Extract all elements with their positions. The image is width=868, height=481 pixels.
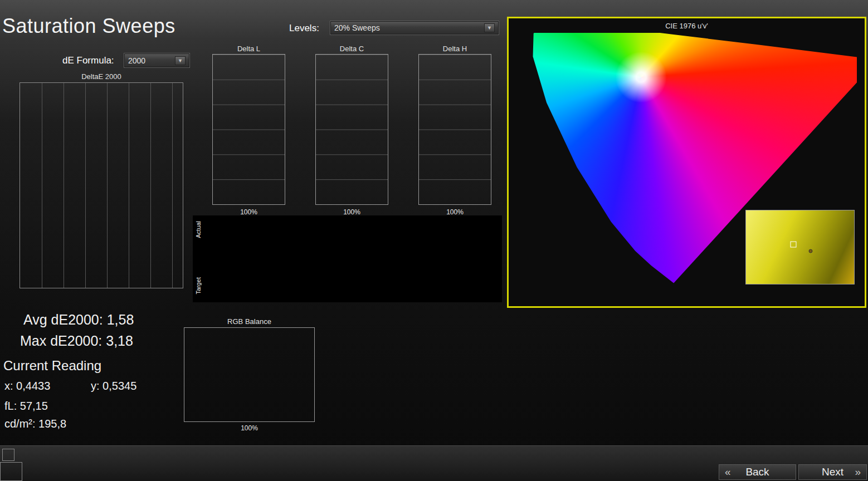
delta-h-chart: Delta H 100% [400,45,494,218]
chevron-down-icon: ▼ [175,56,186,65]
gridline [42,83,42,288]
delta-c-plot [315,54,388,205]
cie-plot [531,33,857,291]
avg-de2000: Avg dE2000: 1,58 [23,312,134,328]
gridline [107,83,108,288]
gridline [172,83,173,288]
de-formula-dropdown[interactable]: 2000 ▼ [124,53,189,67]
patch-indicator-white [2,449,14,461]
delta-h-x-label: 100% [418,208,491,216]
delta-l-chart: Delta L 100% [194,45,287,218]
delta-h-title: Delta H [418,45,491,53]
actual-row-label: Actual [195,221,202,238]
app-window: Saturation Sweeps Levels: 20% Sweeps ▼ d… [0,0,868,481]
page-title: Saturation Sweeps [2,14,175,38]
back-label: Back [745,466,769,478]
inset-target-marker [791,241,797,247]
deltae-chart-panel: DeltaE 2000 [0,71,187,302]
deltae-plot [19,82,183,288]
de-formula-value: 2000 [128,56,145,65]
next-label: Next [822,466,843,478]
delta-c-chart: Delta C 100% [297,45,391,218]
levels-dropdown[interactable]: 20% Sweeps ▼ [330,21,499,35]
delta-l-x-label: 100% [212,208,285,216]
cie-chart-panel[interactable]: CIE 1976 u'v' [507,17,866,308]
next-button[interactable]: Next » [798,464,867,480]
delta-c-y-axis [297,54,313,205]
inset-measured-dot [809,249,813,253]
max-de2000: Max dE2000: 3,18 [20,333,133,349]
delta-l-y-axis [194,54,210,205]
cie-chart-title: CIE 1976 u'v' [509,22,865,30]
chevron-left-icon: « [725,466,731,478]
current-x: x: 0,4433 [4,380,50,392]
current-fl: fL: 57,15 [4,400,48,413]
rgb-balance-title: RGB Balance [184,317,315,326]
current-y: y: 0,5345 [91,380,136,392]
deltae-chart-title: DeltaE 2000 [19,72,183,81]
delta-c-x-label: 100% [315,208,388,216]
gridline [64,83,64,288]
cie-inset-zoom [745,210,855,284]
rgb-balance-chart: RGB Balance 100% [167,317,318,435]
rgb-x-label: 100% [184,424,315,432]
target-row-label: Target [195,277,202,295]
patch-indicator-yellow [0,462,22,481]
delta-h-plot [418,54,491,205]
delta-l-plot [212,54,285,205]
back-button[interactable]: « Back [719,464,796,480]
levels-value: 20% Sweeps [334,23,380,32]
de-formula-label: dE Formula: [62,55,114,66]
gridline [85,83,86,288]
gridline [129,83,129,288]
current-reading-heading: Current Reading [3,358,101,374]
levels-label: Levels: [289,23,319,34]
swatch-strip: Actual Target [193,215,502,302]
chevron-down-icon: ▼ [484,23,495,32]
gridline [150,83,151,288]
rgb-plot [184,327,315,422]
rgb-y-axis [167,327,182,422]
delta-h-y-axis [400,54,416,205]
deltae-y-axis [0,82,18,288]
current-cdm2: cd/m²: 195,8 [4,418,66,430]
deltae-x-axis [19,291,183,300]
delta-l-title: Delta L [212,45,285,53]
delta-c-title: Delta C [315,45,388,53]
chevron-right-icon: » [855,466,861,478]
bottom-toolbar: « Back Next » [0,445,868,481]
